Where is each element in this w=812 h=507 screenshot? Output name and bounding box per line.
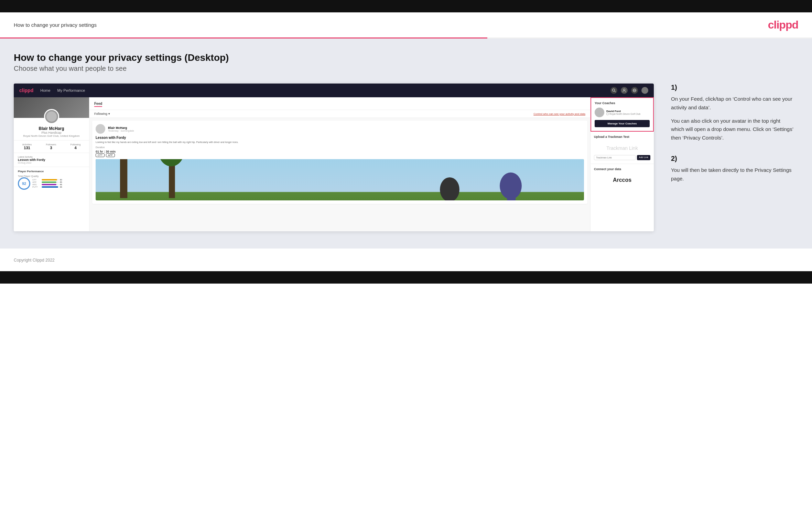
app-body: Blair McHarg Plus Handicap Royal North D… bbox=[14, 97, 654, 231]
post-tag-app: APP bbox=[106, 153, 115, 157]
svg-rect-8 bbox=[120, 159, 127, 198]
svg-point-20 bbox=[606, 113, 608, 115]
header: How to change your privacy settings clip… bbox=[0, 12, 812, 37]
stat-followers: Followers 3 bbox=[46, 143, 56, 150]
screenshot-container: clippd Home My Performance bbox=[14, 84, 654, 231]
perf-title: Player Performance bbox=[18, 170, 85, 173]
total-quality-label: Total Player Quality bbox=[18, 175, 85, 177]
profile-name: Blair McHarg bbox=[18, 126, 85, 131]
manage-coaches-button[interactable]: Manage Your Coaches bbox=[595, 120, 650, 127]
app-nav-right bbox=[610, 87, 648, 94]
step2-number: 2) bbox=[671, 155, 795, 163]
following-button[interactable]: Following ▾ bbox=[94, 112, 110, 115]
trackman-title: Upload a Trackman Test bbox=[594, 135, 650, 139]
app-nav: clippd Home My Performance bbox=[14, 84, 654, 97]
step1-text-extra: You can also click on your avatar in the… bbox=[671, 117, 795, 142]
stat-activities-value: 131 bbox=[22, 146, 32, 150]
feed-panel: Feed Following ▾ Control who can see you… bbox=[89, 97, 590, 231]
post-image bbox=[96, 159, 584, 200]
bar-ott: OTT 90 bbox=[32, 179, 85, 181]
connect-section: Connect your data Arccos bbox=[591, 164, 654, 190]
instruction-step2: 2) You will then be taken directly to th… bbox=[671, 155, 795, 183]
top-bar bbox=[0, 0, 812, 12]
breadcrumb: How to change your privacy settings bbox=[14, 22, 97, 28]
page-title: How to change your privacy settings (Des… bbox=[14, 52, 798, 63]
stat-activities-label: Activities bbox=[22, 143, 32, 146]
post-date: Yesterday · Sunningdale bbox=[108, 130, 134, 132]
latest-activity-label: Latest Activity bbox=[18, 156, 85, 158]
coach-avatar bbox=[595, 108, 604, 117]
post-duration-label: Duration bbox=[96, 146, 584, 148]
stat-followers-value: 3 bbox=[46, 146, 56, 150]
clippd-logo: clippd bbox=[768, 19, 798, 31]
step1-number: 1) bbox=[671, 84, 795, 91]
coaches-section: Your Coaches David Ford Royal bbox=[591, 98, 653, 131]
coach-row: David Ford Royal North Devon Golf Club bbox=[595, 108, 650, 117]
stat-followers-label: Followers bbox=[46, 143, 56, 146]
latest-activity-value: Lesson with Fordy bbox=[18, 158, 85, 162]
player-performance: Player Performance Total Player Quality … bbox=[14, 167, 89, 192]
svg-point-0 bbox=[613, 89, 615, 91]
coach-name: David Ford bbox=[606, 110, 640, 113]
stat-following-label: Following bbox=[71, 143, 81, 146]
stat-following-value: 4 bbox=[71, 146, 81, 150]
feed-post: Blair McHarg Yesterday · Sunningdale Les… bbox=[92, 121, 587, 204]
svg-rect-17 bbox=[507, 192, 516, 200]
feed-controls: Following ▾ Control who can see your act… bbox=[89, 110, 590, 118]
app-nav-my-performance[interactable]: My Performance bbox=[57, 88, 85, 92]
post-author-info: Blair McHarg Yesterday · Sunningdale bbox=[108, 126, 134, 132]
profile-club: Royal North Devon Golf Club, United King… bbox=[18, 134, 85, 137]
latest-activity-date: 03 Aug 2022 bbox=[18, 162, 85, 164]
svg-point-2 bbox=[624, 89, 625, 91]
search-icon[interactable] bbox=[610, 87, 617, 94]
trackman-section: Upload a Trackman Test Trackman Link Add… bbox=[591, 132, 654, 164]
instruction-step1: 1) On your Feed, click/tap on ‘Control w… bbox=[671, 84, 795, 142]
stat-following: Following 4 bbox=[71, 143, 81, 150]
bar-arg: ARG 86 bbox=[32, 184, 85, 186]
post-tag-ott: OTT bbox=[96, 153, 105, 157]
bar-app: APP 85 bbox=[32, 181, 85, 183]
trackman-placeholder: Trackman Link bbox=[594, 141, 650, 155]
page-subtitle: Choose what you want people to see bbox=[14, 65, 798, 73]
svg-rect-13 bbox=[446, 194, 453, 200]
profile-avatar bbox=[44, 109, 59, 124]
coach-info: David Ford Royal North Devon Golf Club bbox=[606, 110, 640, 115]
right-panel: Your Coaches David Ford Royal bbox=[590, 97, 654, 231]
content-row: clippd Home My Performance bbox=[14, 84, 798, 231]
footer: Copyright Clippd 2022 bbox=[0, 249, 812, 271]
profile-panel: Blair McHarg Plus Handicap Royal North D… bbox=[14, 97, 89, 231]
app-nav-logo: clippd bbox=[19, 88, 33, 93]
post-tags: OTT APP bbox=[96, 153, 584, 157]
coach-club: Royal North Devon Golf Club bbox=[606, 113, 640, 115]
connect-title: Connect your data bbox=[594, 167, 650, 171]
quality-row: 92 OTT 90 APP 85 bbox=[18, 177, 85, 190]
post-title: Lesson with Fordy bbox=[96, 136, 584, 140]
footer-copyright: Copyright Clippd 2022 bbox=[14, 258, 55, 263]
bar-putt: PUTT 96 bbox=[32, 186, 85, 188]
post-avatar bbox=[96, 124, 105, 134]
quality-score: 92 bbox=[18, 177, 30, 190]
control-privacy-link[interactable]: Control who can see your activity and da… bbox=[533, 112, 585, 115]
coaches-annotation-box: Your Coaches David Ford Royal bbox=[591, 97, 654, 132]
instructions-panel: 1) On your Feed, click/tap on ‘Control w… bbox=[668, 84, 798, 195]
post-author-name: Blair McHarg bbox=[108, 126, 134, 130]
latest-activity: Latest Activity Lesson with Fordy 03 Aug… bbox=[14, 153, 89, 167]
trackman-add-link-button[interactable]: Add Link bbox=[637, 155, 650, 160]
post-header: Blair McHarg Yesterday · Sunningdale bbox=[96, 124, 584, 134]
avatar-icon[interactable] bbox=[641, 87, 648, 94]
quality-bars: OTT 90 APP 85 ARG bbox=[32, 179, 85, 188]
feed-tab: Feed bbox=[89, 97, 590, 110]
arccos-logo: Arccos bbox=[594, 174, 650, 187]
trackman-input[interactable] bbox=[594, 155, 636, 160]
coaches-title: Your Coaches bbox=[595, 101, 650, 105]
globe-icon[interactable] bbox=[631, 87, 638, 94]
post-desc: Looking to feel like my hands are exitin… bbox=[96, 141, 584, 144]
trackman-input-row: Add Link bbox=[594, 155, 650, 160]
feed-tab-label[interactable]: Feed bbox=[94, 102, 102, 107]
step1-text: On your Feed, click/tap on ‘Control who … bbox=[671, 95, 795, 112]
app-nav-home[interactable]: Home bbox=[40, 88, 50, 92]
profile-stats: Activities 131 Followers 3 Following 4 bbox=[14, 140, 89, 153]
user-icon[interactable] bbox=[621, 87, 628, 94]
post-duration-value: 01 hr : 30 min bbox=[96, 150, 584, 153]
profile-handicap: Plus Handicap bbox=[18, 131, 85, 134]
